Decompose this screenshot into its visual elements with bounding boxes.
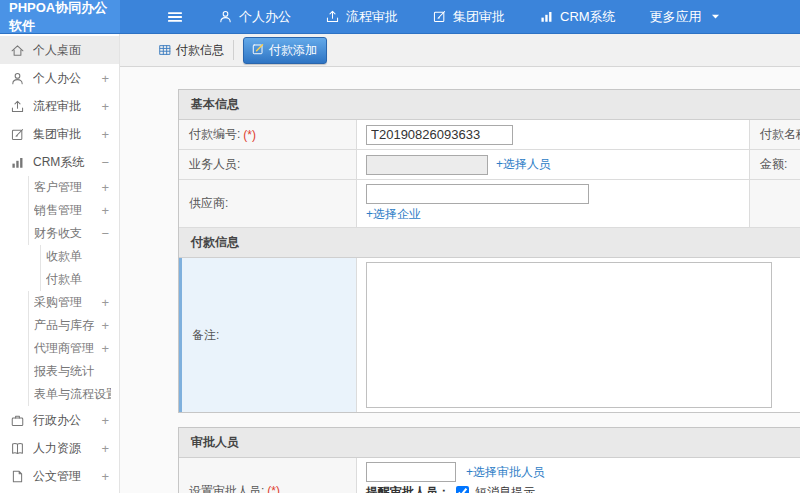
app-logo: PHPOA协同办公软件 [0, 0, 120, 33]
sidebar-item[interactable]: 集团审批+ [0, 120, 119, 148]
edit-icon [10, 127, 25, 142]
sidebar-item-label: 公文管理 [33, 468, 101, 485]
remind-label: 提醒审批人员： [366, 484, 450, 493]
remark-textarea[interactable] [366, 262, 772, 408]
sidebar-item-label: 集团审批 [33, 126, 101, 143]
topbar-menu-item[interactable]: CRM系统 [539, 8, 616, 26]
sidebar-item-label: CRM系统 [33, 154, 101, 171]
topbar-menu-item[interactable]: 个人办公 [218, 8, 291, 26]
supplier-label-cell: 供应商: [179, 180, 357, 227]
sidebar-item-label: 收款单 [46, 248, 111, 265]
sidebar-item[interactable]: 财务收支− [0, 222, 119, 245]
hamburger-icon [166, 8, 184, 26]
supplier-input[interactable] [366, 184, 589, 204]
business-person-input[interactable] [366, 155, 488, 175]
expand-toggle[interactable]: + [101, 318, 111, 333]
expand-toggle[interactable]: + [101, 341, 111, 356]
business-person-input-cell: +选择人员 [357, 150, 749, 179]
section-header-basic: 基本信息 [179, 90, 800, 120]
sidebar-item[interactable]: 个人办公+ [0, 64, 119, 92]
user-icon [10, 71, 25, 86]
tab-payment-info-label: 付款信息 [176, 42, 224, 59]
sidebar-item-label: 产品与库存 [34, 317, 101, 334]
topbar-menu-item[interactable]: 集团审批 [432, 8, 505, 26]
select-company-link[interactable]: +选择企业 [366, 206, 421, 223]
approver-input[interactable] [366, 462, 456, 482]
topbar-menu-item-label: 集团审批 [453, 8, 505, 26]
sidebar-item[interactable]: 代理商管理+ [0, 337, 119, 360]
payment-no-label: 付款编号: [189, 126, 240, 143]
expand-toggle[interactable]: + [101, 71, 111, 86]
approver-input-cell: +选择审批人员 提醒审批人员： 短消息提示 注：流程第一步审批人员，这里选择你的… [357, 458, 800, 493]
menu-toggle-button[interactable] [166, 8, 184, 26]
required-mark: (*) [243, 128, 256, 142]
section-header-payment: 付款信息 [179, 228, 800, 258]
topbar-menu-item[interactable]: 流程审批 [325, 8, 398, 26]
edit-add-icon [251, 42, 265, 59]
approver-select-line: +选择审批人员 [366, 462, 545, 482]
sidebar-item-label: 财务收支 [34, 225, 101, 242]
sidebar-item[interactable]: 人力资源+ [0, 434, 119, 462]
sms-remind-checkbox[interactable] [456, 486, 469, 493]
sidebar-item-label: 人力资源 [33, 440, 101, 457]
expand-toggle[interactable]: + [101, 441, 111, 456]
sidebar-item-label: 销售管理 [34, 202, 101, 219]
remark-input-cell [357, 258, 800, 412]
sidebar-item[interactable]: 行政办公+ [0, 406, 119, 434]
sidebar-item-label: 付款单 [46, 271, 111, 288]
sidebar-item[interactable]: CRM系统− [0, 148, 119, 176]
payment-no-label-cell: 付款编号: (*) [179, 120, 357, 149]
payment-no-row: 付款编号: (*) 付款名称: (*) [179, 120, 800, 150]
expand-toggle[interactable]: + [101, 469, 111, 484]
section-header-approver: 审批人员 [179, 428, 800, 458]
expand-toggle[interactable]: − [101, 226, 111, 241]
expand-toggle[interactable]: + [101, 127, 111, 142]
workflow-icon [325, 9, 340, 24]
business-person-label-cell: 业务人员: [179, 150, 357, 179]
sidebar: 个人桌面个人办公+流程审批+集团审批+CRM系统−客户管理+销售管理+财务收支−… [0, 34, 120, 493]
sidebar-item-label: 报表与统计 [34, 363, 111, 380]
sidebar-item[interactable]: 表单与流程设置+ [0, 383, 119, 406]
expand-toggle[interactable]: + [101, 99, 111, 114]
sidebar-item[interactable]: 收款单 [0, 245, 119, 268]
expand-toggle[interactable]: + [101, 203, 111, 218]
amount-label-cell: 金额: [749, 150, 800, 179]
tab-bar: 付款信息 付款添加 [120, 34, 800, 67]
sidebar-item[interactable]: 报表与统计 [0, 360, 119, 383]
sidebar-item[interactable]: 个人桌面 [0, 36, 119, 64]
select-person-link[interactable]: +选择人员 [496, 156, 551, 173]
payment-form: 基本信息 付款编号: (*) 付款名称: (*) 业务人员: [120, 67, 800, 493]
topbar-menu-item-label: 更多应用 [650, 8, 702, 26]
tab-payment-info[interactable]: 付款信息 [158, 40, 234, 60]
select-approver-link[interactable]: +选择审批人员 [466, 464, 545, 481]
topbar: PHPOA协同办公软件 个人办公流程审批集团审批CRM系统更多应用 [0, 0, 800, 34]
workflow-icon [10, 99, 25, 114]
remark-row: 备注: [179, 258, 800, 412]
sidebar-item[interactable]: 销售管理+ [0, 199, 119, 222]
tab-payment-add[interactable]: 付款添加 [243, 37, 327, 64]
expand-toggle[interactable]: + [101, 413, 111, 428]
chart-icon [10, 155, 25, 170]
remark-label-cell: 备注: [179, 258, 357, 412]
sidebar-item[interactable]: 采购管理+ [0, 291, 119, 314]
approver-label: 设置审批人员: [189, 483, 264, 493]
remind-line: 提醒审批人员： 短消息提示 [366, 484, 535, 493]
sidebar-item[interactable]: 公文管理+ [0, 462, 119, 490]
document-icon [10, 469, 25, 484]
payment-no-input-cell [357, 120, 749, 149]
caret-down-icon [708, 9, 723, 24]
payment-no-input[interactable] [366, 125, 513, 145]
expand-toggle[interactable]: − [101, 155, 111, 170]
sidebar-item[interactable]: 产品与库存+ [0, 314, 119, 337]
sidebar-item-label: 流程审批 [33, 98, 101, 115]
main-content: 付款信息 付款添加 基本信息 付款编号: (*) 付款名称: (*) [120, 34, 800, 493]
expand-toggle[interactable]: + [101, 295, 111, 310]
sidebar-item[interactable]: 付款单 [0, 268, 119, 291]
sidebar-item-label: 代理商管理 [34, 340, 101, 357]
chart-icon [539, 9, 554, 24]
sidebar-item[interactable]: 客户管理+ [0, 176, 119, 199]
sidebar-item[interactable]: 流程审批+ [0, 92, 119, 120]
expand-toggle[interactable]: + [101, 180, 111, 195]
topbar-menu-item[interactable]: 更多应用 [650, 8, 723, 26]
business-person-label: 业务人员: [189, 156, 240, 173]
